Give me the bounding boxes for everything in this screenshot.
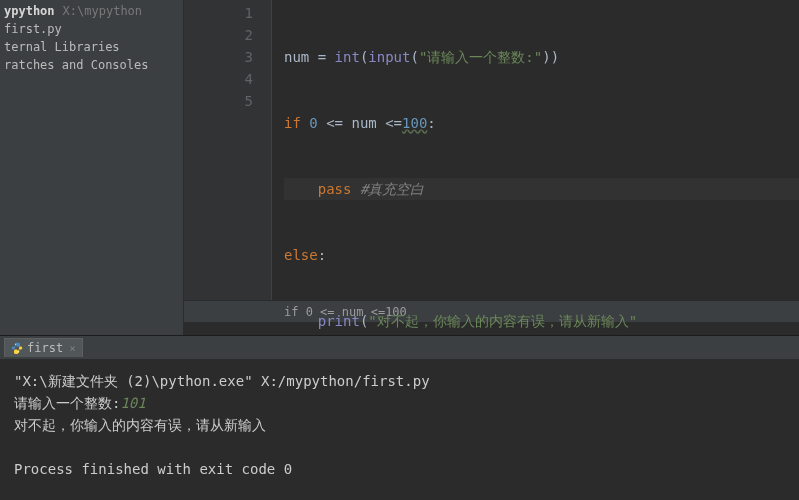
code-line-2[interactable]: if 0 <= num <=100:: [284, 112, 799, 134]
code-line-1[interactable]: num = int(input("请输入一个整数:")): [284, 46, 799, 68]
external-label: ternal Libraries: [4, 40, 120, 54]
console-user-input: 101: [120, 395, 145, 411]
external-libraries[interactable]: ternal Libraries: [0, 38, 183, 56]
editor-pane: 1 2 3 4 5 num = int(input("请输入一个整数:")) i…: [184, 0, 799, 335]
code-line-3[interactable]: pass #真充空白: [284, 178, 799, 200]
line-number[interactable]: 3: [184, 46, 253, 68]
project-file[interactable]: first.py: [0, 20, 183, 38]
svg-point-0: [15, 344, 16, 345]
python-icon: [11, 342, 23, 354]
line-gutter[interactable]: 1 2 3 4 5: [184, 0, 272, 300]
main-area: ypython X:\mypython first.py ternal Libr…: [0, 0, 799, 335]
file-name: first.py: [4, 22, 62, 36]
console-prompt-line: 请输入一个整数:101: [14, 392, 785, 414]
code-line-5[interactable]: print("对不起，你输入的内容有误，请从新输入": [284, 310, 799, 332]
code-area[interactable]: 1 2 3 4 5 num = int(input("请输入一个整数:")) i…: [184, 0, 799, 300]
line-number[interactable]: 2: [184, 24, 253, 46]
scratches-consoles[interactable]: ratches and Consoles: [0, 56, 183, 74]
svg-point-1: [18, 351, 19, 352]
console-exit: Process finished with exit code 0: [14, 458, 785, 480]
console-program-output: 对不起，你输入的内容有误，请从新输入: [14, 414, 785, 436]
code-content[interactable]: num = int(input("请输入一个整数:")) if 0 <= num…: [272, 0, 799, 300]
line-number[interactable]: 5: [184, 90, 253, 112]
line-number[interactable]: 1: [184, 2, 253, 24]
run-tab-first[interactable]: first ×: [4, 338, 83, 357]
project-name: ypython: [4, 4, 55, 18]
console-output[interactable]: "X:\新建文件夹 (2)\python.exe" X:/mypython/fi…: [0, 360, 799, 490]
project-root[interactable]: ypython X:\mypython: [0, 2, 183, 20]
project-sidebar[interactable]: ypython X:\mypython first.py ternal Libr…: [0, 0, 184, 335]
close-icon[interactable]: ×: [69, 342, 76, 355]
run-tab-label: first: [27, 341, 63, 355]
code-line-4[interactable]: else:: [284, 244, 799, 266]
project-path: X:\mypython: [63, 4, 142, 18]
console-blank: [14, 436, 785, 458]
scratches-label: ratches and Consoles: [4, 58, 149, 72]
line-number[interactable]: 4: [184, 68, 253, 90]
